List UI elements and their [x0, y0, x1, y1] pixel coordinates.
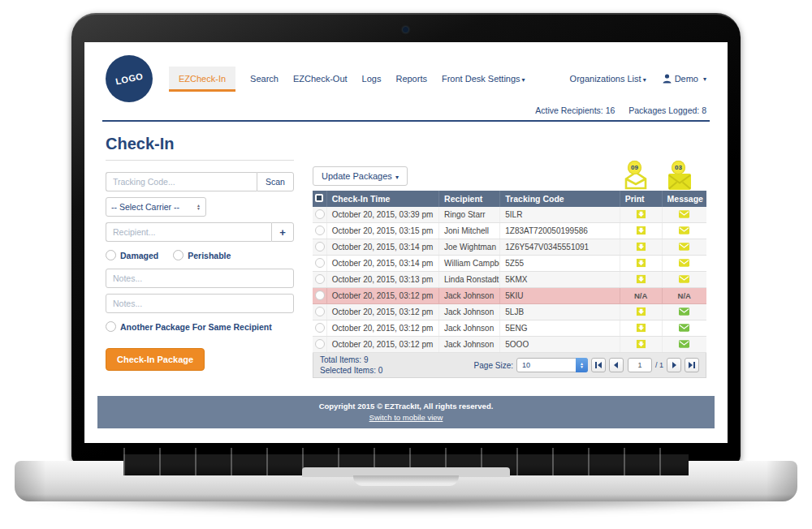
- cell-checkin-time: October 20, 2015, 03:14 pm: [326, 239, 438, 256]
- person-icon: [663, 74, 672, 84]
- cell-tracking-code: 5OOO: [500, 337, 620, 353]
- cell-tracking-code: 5KMX: [500, 272, 620, 288]
- row-select-radio[interactable]: [315, 209, 325, 219]
- nav-item-ezcheckin[interactable]: EZCheck-In: [169, 67, 235, 92]
- page-size-select[interactable]: 10 ▲▼: [516, 358, 588, 372]
- print-status-icon[interactable]: [636, 209, 646, 219]
- header-right: Organizations List▾ Demo▾: [570, 74, 706, 84]
- message-status-icon[interactable]: [679, 243, 689, 251]
- total-items-label: Total Items: 9: [320, 355, 382, 366]
- current-page-input[interactable]: [628, 358, 652, 372]
- select-all-checkbox[interactable]: [315, 194, 323, 202]
- logo-label: LOGO: [114, 71, 144, 87]
- cell-checkin-time: October 20, 2015, 03:14 pm: [326, 256, 438, 272]
- table-row[interactable]: October 20, 2015, 03:14 pmJoe Wightman1Z…: [313, 239, 706, 256]
- message-status-icon[interactable]: [679, 340, 689, 348]
- table-row[interactable]: October 20, 2015, 03:39 pmRingo Starr5IL…: [313, 207, 706, 223]
- radio-icon[interactable]: [173, 250, 184, 260]
- user-menu[interactable]: Demo▾: [663, 74, 706, 84]
- print-status-icon[interactable]: [636, 226, 646, 235]
- table-row[interactable]: October 20, 2015, 03:15 pmJoni Mitchell1…: [313, 223, 706, 239]
- cell-recipient: Joni Mitchell: [439, 223, 500, 239]
- select-stepper-icon: ▲▼: [576, 358, 588, 372]
- add-recipient-button[interactable]: +: [271, 222, 294, 242]
- table-row[interactable]: October 20, 2015, 03:12 pmJack Johnson5E…: [313, 320, 706, 337]
- table-row[interactable]: October 20, 2015, 03:12 pmJack Johnson5K…: [313, 288, 706, 304]
- print-status-icon[interactable]: [636, 274, 646, 284]
- cell-print: [620, 272, 662, 288]
- organizations-list-dropdown[interactable]: Organizations List▾: [570, 74, 646, 84]
- cell-print: [620, 256, 662, 272]
- print-status-icon[interactable]: [636, 307, 646, 316]
- row-select-radio[interactable]: [315, 226, 325, 235]
- notes-input-2[interactable]: [106, 294, 294, 313]
- radio-icon[interactable]: [106, 250, 116, 260]
- print-status-icon[interactable]: [636, 339, 646, 349]
- notes-input-1[interactable]: [106, 269, 294, 288]
- last-page-button[interactable]: [685, 358, 699, 372]
- checkin-package-button[interactable]: Check-In Package: [106, 348, 205, 371]
- message-status-icon[interactable]: [679, 259, 689, 267]
- cell-message: [662, 320, 706, 337]
- organizations-list-label: Organizations List: [570, 74, 641, 84]
- damaged-radio[interactable]: Damaged: [106, 250, 158, 260]
- perishable-radio[interactable]: Perishable: [173, 250, 231, 260]
- active-recipients-count: Active Recipients: 16: [535, 105, 615, 115]
- print-status-icon[interactable]: [636, 242, 646, 252]
- radio-icon[interactable]: [106, 321, 116, 332]
- print-status-icon[interactable]: [636, 323, 646, 333]
- row-select-radio[interactable]: [315, 274, 325, 284]
- first-page-button[interactable]: [591, 358, 606, 372]
- cell-checkin-time: October 20, 2015, 03:13 pm: [326, 272, 438, 288]
- table-row[interactable]: October 20, 2015, 03:12 pmJack Johnson5L…: [313, 304, 706, 320]
- row-select-radio[interactable]: [315, 307, 325, 316]
- table-row[interactable]: October 20, 2015, 03:12 pmJack Johnson5O…: [313, 337, 706, 353]
- package-condition-options: Damaged Perishable: [106, 250, 294, 260]
- scan-button[interactable]: Scan: [257, 172, 294, 191]
- row-select-radio[interactable]: [315, 339, 325, 349]
- recipient-input[interactable]: [106, 222, 271, 242]
- table-row[interactable]: October 20, 2015, 03:14 pmWilliam Campbe…: [313, 256, 706, 272]
- print-queue-button[interactable]: 09: [624, 161, 648, 190]
- message-status-icon[interactable]: [679, 324, 689, 332]
- message-status-icon[interactable]: [679, 210, 689, 218]
- chevron-down-icon: ▾: [643, 76, 646, 84]
- page-size-value: 10: [522, 361, 530, 369]
- row-select-radio[interactable]: [315, 242, 325, 252]
- cell-recipient: Jack Johnson: [439, 337, 500, 353]
- cell-message: N/A: [662, 288, 706, 304]
- next-page-button[interactable]: [667, 358, 681, 372]
- nav-item-search[interactable]: Search: [250, 74, 279, 84]
- message-status-icon[interactable]: [679, 308, 689, 316]
- print-status-icon[interactable]: [636, 258, 646, 268]
- row-select-radio[interactable]: [315, 258, 325, 268]
- message-status-icon[interactable]: [679, 275, 689, 283]
- user-label: Demo: [675, 74, 698, 84]
- cell-print: [620, 207, 662, 223]
- laptop-lid-notch: [353, 475, 459, 486]
- update-packages-label: Update Packages: [322, 171, 392, 181]
- message-queue-button[interactable]: 03: [667, 161, 692, 190]
- nav-item-front-desk-settings[interactable]: Front Desk Settings▾: [442, 74, 525, 84]
- cell-checkin-time: October 20, 2015, 03:15 pm: [326, 223, 438, 239]
- col-tracking-code: Tracking Code: [500, 191, 620, 207]
- update-packages-button[interactable]: Update Packages ▾: [313, 166, 408, 186]
- table-row[interactable]: October 20, 2015, 03:13 pmLinda Ronstadt…: [313, 272, 706, 288]
- cell-message: [662, 337, 706, 353]
- cell-recipient: Jack Johnson: [439, 288, 500, 304]
- row-select-radio[interactable]: [315, 290, 325, 300]
- logo[interactable]: LOGO: [106, 55, 153, 102]
- another-package-radio[interactable]: Another Package For Same Recipient: [106, 321, 272, 332]
- cell-tracking-code: 5KIU: [500, 288, 620, 304]
- nav-item-reports[interactable]: Reports: [395, 74, 427, 84]
- mobile-view-link[interactable]: Switch to mobile view: [369, 413, 443, 422]
- row-select-radio[interactable]: [315, 323, 325, 333]
- cell-recipient: Jack Johnson: [439, 320, 500, 337]
- nav-item-ezcheckout[interactable]: EZCheck-Out: [293, 74, 348, 84]
- prev-page-button[interactable]: [609, 358, 624, 372]
- message-status-icon[interactable]: [679, 226, 689, 234]
- carrier-select[interactable]: -- Select Carrier -- ▲▼: [106, 197, 206, 217]
- top-nav: LOGO EZCheck-In Search EZCheck-Out Logs …: [84, 42, 728, 104]
- tracking-code-input[interactable]: [106, 172, 257, 191]
- nav-item-logs[interactable]: Logs: [362, 74, 382, 84]
